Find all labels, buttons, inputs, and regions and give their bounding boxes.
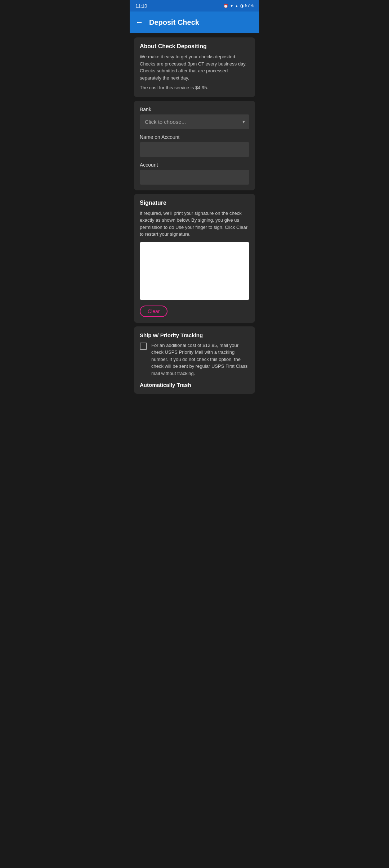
status-icons: 57%	[223, 3, 254, 8]
bank-select-wrapper: Click to choose... ▾	[140, 114, 249, 129]
auto-trash-title: Automatically Trash	[140, 382, 249, 388]
name-input[interactable]	[140, 142, 249, 157]
shipping-title: Ship w/ Priority Tracking	[140, 332, 249, 338]
bank-label: Bank	[140, 107, 249, 112]
signature-card: Signature If required, we'll print your …	[134, 194, 255, 323]
bank-group: Bank Click to choose... ▾	[140, 107, 249, 129]
name-group: Name on Account	[140, 134, 249, 157]
battery-percentage: 57%	[245, 3, 254, 8]
clear-button[interactable]: Clear	[140, 306, 167, 317]
shipping-card: Ship w/ Priority Tracking For an additio…	[134, 326, 255, 394]
wifi-icon	[230, 3, 233, 8]
signature-pad[interactable]	[140, 242, 249, 300]
account-group: Account	[140, 162, 249, 185]
alarm-icon	[223, 3, 228, 8]
about-title: About Check Depositing	[140, 43, 249, 50]
priority-tracking-checkbox[interactable]	[140, 343, 147, 350]
shipping-description: For an additional cost of $12.95, mail y…	[151, 342, 249, 377]
battery-icon	[240, 3, 243, 8]
account-label: Account	[140, 162, 249, 168]
about-card: About Check Depositing We make it easy t…	[134, 37, 255, 97]
signature-description: If required, we'll print your signature …	[140, 210, 249, 238]
about-description-1: We make it easy to get your checks depos…	[140, 53, 249, 81]
status-bar: 11:10 57%	[130, 0, 259, 12]
status-time: 11:10	[135, 3, 147, 9]
page-title: Deposit Check	[149, 18, 199, 27]
signal-icon	[235, 3, 238, 8]
about-description-2: The cost for this service is $4.95.	[140, 84, 249, 91]
header: ← Deposit Check	[130, 12, 259, 33]
back-button[interactable]: ←	[135, 18, 143, 27]
signature-title: Signature	[140, 200, 249, 206]
bank-select[interactable]: Click to choose...	[140, 114, 249, 129]
account-input[interactable]	[140, 170, 249, 185]
name-label: Name on Account	[140, 134, 249, 140]
shipping-checkbox-row: For an additional cost of $12.95, mail y…	[140, 342, 249, 377]
main-content: About Check Depositing We make it easy t…	[130, 33, 259, 398]
form-card: Bank Click to choose... ▾ Name on Accoun…	[134, 101, 255, 190]
